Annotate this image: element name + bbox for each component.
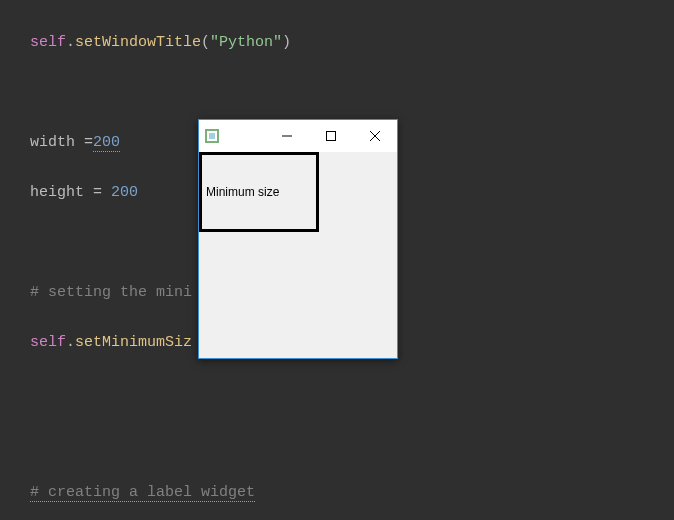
label-widget: Minimum size — [199, 152, 319, 232]
close-button[interactable] — [353, 120, 397, 152]
close-icon — [370, 131, 380, 141]
code-comment: # creating a label widget — [30, 484, 255, 502]
app-icon — [205, 129, 219, 143]
label-text: Minimum size — [206, 185, 279, 199]
minimize-button[interactable] — [265, 120, 309, 152]
client-area: Minimum size — [199, 152, 397, 358]
title-bar[interactable] — [199, 120, 397, 152]
code-comment: # setting the mini — [30, 284, 192, 301]
svg-rect-1 — [327, 132, 336, 141]
keyword-self: self — [30, 34, 66, 51]
minimize-icon — [282, 131, 292, 141]
maximize-icon — [326, 131, 336, 141]
python-app-window: Minimum size — [198, 119, 398, 359]
maximize-button[interactable] — [309, 120, 353, 152]
